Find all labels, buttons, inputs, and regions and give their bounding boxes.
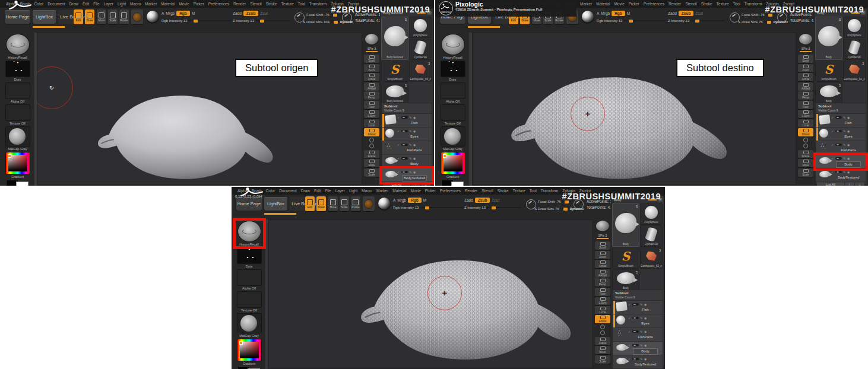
z-intensity-slider[interactable]: Z Intensity 13 (668, 19, 689, 23)
menu-item[interactable]: Light (118, 2, 126, 6)
a-toggle[interactable]: A (393, 198, 395, 202)
left-shelf-thumbnail-icon[interactable] (237, 247, 262, 264)
subtool-row[interactable]: ✓ ✎ ◉ BodyTextured (613, 355, 663, 369)
shelf-button[interactable] (599, 325, 606, 330)
menu-item[interactable]: Stencil (481, 189, 493, 193)
left-shelf-item[interactable]: SwitchColor (4, 180, 31, 186)
left-shelf-thumbnail-icon[interactable] (5, 126, 30, 147)
draw-size-slider[interactable]: Draw Size 76 (742, 20, 763, 24)
menu-item[interactable]: Picker (194, 2, 204, 6)
menu-item[interactable]: Movie (410, 189, 420, 193)
menu-item[interactable]: Macro (362, 189, 372, 193)
subtool-row[interactable]: ✓ ✎ ◉ FishParts (816, 141, 866, 155)
subtool-thumbnail-icon[interactable] (385, 129, 394, 138)
subtool-thumbnail-icon[interactable] (616, 358, 627, 364)
shelf-button[interactable]: Frame (798, 150, 813, 158)
menu-item[interactable]: Stroke (266, 2, 277, 6)
menu-item[interactable]: Material (596, 2, 610, 6)
subtool-row[interactable]: ✓ ✎ ◉ Body (382, 155, 432, 168)
tool-thumbnail[interactable]: 3 Earthquake_82_c (409, 61, 432, 82)
visibility-pill-icon[interactable] (401, 157, 408, 160)
fish-model[interactable] (94, 88, 280, 185)
draw-button[interactable]: Draw (85, 9, 94, 24)
left-shelf-item[interactable]: Dots (236, 247, 263, 268)
scale-button[interactable]: Scale (108, 9, 118, 24)
shelf-button[interactable]: Scroll (595, 241, 610, 250)
tool-thumbnail[interactable]: 5 BodyTextured (381, 82, 408, 104)
polypaint-check-icon[interactable]: ✓ (831, 116, 834, 119)
menu-item[interactable]: Marker (145, 2, 157, 6)
shelf-button[interactable]: AAHalf (595, 269, 610, 278)
visibility-pill-icon[interactable] (835, 157, 842, 160)
left-shelf-thumbnail-icon[interactable] (441, 82, 465, 99)
shelf-button[interactable]: Scale (595, 355, 610, 364)
menu-item[interactable]: Stencil (685, 2, 697, 6)
menu-item[interactable]: Stroke (701, 2, 712, 6)
live-boolean-button[interactable]: Live Boolean (290, 197, 319, 211)
shelf-button[interactable]: AAHalf (364, 82, 379, 91)
slider-nub[interactable] (425, 206, 429, 209)
menu-item[interactable]: Color (34, 2, 44, 6)
subtool-thumbnail-icon[interactable] (819, 157, 830, 164)
tool-thumbnail[interactable]: SimpleBrush (612, 247, 639, 269)
slider-nub[interactable] (334, 21, 338, 24)
zsub-toggle[interactable]: Zsub (679, 11, 694, 16)
menu-item[interactable]: Texture (717, 2, 729, 6)
stroke-icon[interactable]: S (730, 12, 740, 23)
tool-thumbnail[interactable]: 5 Body (815, 17, 842, 60)
menu-item[interactable]: Tool (298, 2, 305, 6)
zsub-toggle[interactable]: Zsub (243, 11, 259, 16)
polypaint-check-icon[interactable]: ✓ (628, 303, 631, 306)
shelf-button[interactable]: Persp (798, 91, 813, 100)
list-all-button[interactable]: List All (817, 183, 844, 186)
subtool-row[interactable]: ✓ ✎ ◉ Fish (613, 301, 663, 314)
brush-edit-icon[interactable]: ✎ (409, 116, 411, 119)
tool-thumbnail[interactable]: 3 Earthquake_82_c (640, 247, 663, 269)
visibility-pill-icon[interactable] (632, 303, 639, 306)
brush-edit-icon[interactable]: ✎ (843, 129, 845, 133)
tool-thumbnail[interactable]: 5 Body (612, 269, 639, 291)
subtool-thumbnail-icon[interactable] (616, 344, 627, 351)
focal-shift-track[interactable] (331, 14, 340, 15)
rgb-intensity-track[interactable] (420, 207, 463, 208)
eye-icon[interactable]: ◉ (847, 129, 850, 133)
left-shelf-thumbnail-icon[interactable] (441, 152, 465, 174)
m-toggle[interactable]: M (627, 11, 630, 15)
home-page-button[interactable]: Home Page (236, 197, 262, 211)
rgb-toggle[interactable]: Rgb (612, 11, 625, 16)
left-shelf-thumbnail-icon[interactable] (6, 180, 30, 186)
menu-item[interactable]: Transform (309, 2, 327, 6)
left-shelf-item[interactable]: Gradient (4, 152, 31, 179)
left-shelf-item[interactable]: Gradient (236, 339, 263, 365)
shelf-button[interactable]: Frame (364, 150, 379, 158)
z-intensity-track[interactable] (255, 20, 290, 21)
subtool-thumbnail-icon[interactable] (616, 316, 625, 325)
menu-item[interactable]: Movie (179, 2, 189, 6)
subtool-thumbnail-icon[interactable] (385, 157, 396, 164)
z-intensity-slider[interactable]: Z Intensity 13 (464, 206, 486, 209)
left-shelf-thumbnail-icon[interactable] (441, 34, 465, 55)
slider-nub[interactable] (194, 20, 198, 23)
move-button[interactable]: Move (97, 9, 106, 24)
brush-edit-icon[interactable]: ✎ (843, 170, 845, 174)
brush-edit-icon[interactable]: ✎ (640, 343, 642, 347)
scale-button[interactable]: Scale (340, 196, 349, 211)
menu-item[interactable]: Texture (281, 2, 294, 6)
zcut-toggle[interactable]: Zcut (695, 11, 703, 15)
zcut-toggle[interactable]: Zcut (492, 198, 499, 202)
shelf-button[interactable]: L.Sym (595, 297, 610, 305)
left-shelf-item[interactable]: MatCap Gray (439, 126, 467, 151)
polypaint-check-icon[interactable]: ✓ (397, 143, 400, 147)
shelf-button[interactable]: Move (364, 159, 379, 167)
eye-icon[interactable]: ◉ (644, 343, 647, 347)
stroke-icon[interactable]: S (526, 199, 536, 209)
polypaint-check-icon[interactable]: ✓ (628, 316, 631, 320)
left-shelf-item[interactable]: Texture Off (236, 291, 263, 312)
shelf-button[interactable] (802, 144, 809, 149)
subtool-thumbnail-icon[interactable] (385, 142, 396, 151)
a-toggle[interactable]: A (161, 11, 164, 15)
shelf-button[interactable]: L.Sym (798, 110, 813, 118)
shelf-button[interactable]: Scale (798, 168, 813, 177)
mrgb-toggle[interactable]: Mrgb (601, 11, 610, 15)
live-boolean-button[interactable]: Live Boolean (58, 10, 88, 24)
